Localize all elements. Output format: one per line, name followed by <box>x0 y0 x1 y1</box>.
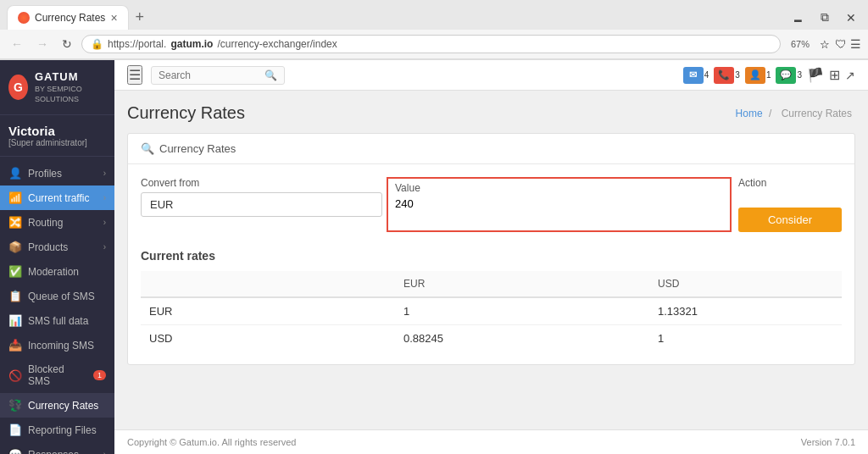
menu-icon[interactable]: ☰ <box>850 37 861 51</box>
sidebar-item-profiles[interactable]: 👤 Profiles › <box>0 161 114 185</box>
sidebar-item-label: Profiles <box>28 168 97 180</box>
version: Version 7.0.1 <box>801 437 855 447</box>
sidebar-item-label: Reporting Files <box>28 424 106 436</box>
sidebar-item-reporting-files[interactable]: 📄 Reporting Files <box>0 418 114 442</box>
currency-from-select[interactable]: EUR USD <box>141 192 382 217</box>
shield-icon[interactable]: 🛡 <box>835 37 847 51</box>
sidebar-user: Victoria [Super administrator] <box>0 115 114 157</box>
incoming-icon: 📥 <box>8 339 22 352</box>
sidebar-item-blocked-sms[interactable]: 🚫 Blocked SMS 1 <box>0 357 114 393</box>
users-icon-btn[interactable]: 👤 1 <box>745 67 771 84</box>
sidebar-nav: 👤 Profiles › 📶 Current traffic › 🔀 Routi… <box>0 157 114 454</box>
breadcrumb: Home / Currency Rates <box>736 108 855 119</box>
chevron-icon: › <box>103 242 106 252</box>
sidebar-item-sms-full-data[interactable]: 📊 SMS full data <box>0 308 114 333</box>
hamburger-menu[interactable]: ☰ <box>127 65 142 85</box>
maximize-btn[interactable]: ⧉ <box>815 8 834 26</box>
chat-count: 3 <box>797 70 802 80</box>
search-icon: 🔍 <box>264 69 277 81</box>
active-tab[interactable]: Currency Rates × <box>7 5 129 30</box>
breadcrumb-separator: / <box>769 108 771 119</box>
brand-name: GATUM <box>35 70 106 85</box>
browser-icons: 🛡 ☰ <box>835 37 861 51</box>
forward-btn[interactable]: → <box>32 36 53 53</box>
page-header: Currency Rates Home / Currency Rates <box>127 103 855 123</box>
consider-button[interactable]: Consider <box>738 208 842 232</box>
close-btn[interactable]: ✕ <box>841 9 861 26</box>
moderation-icon: ✅ <box>8 265 22 278</box>
sidebar-item-label: Products <box>28 241 97 253</box>
expand-icon[interactable]: ↗ <box>845 69 855 82</box>
sidebar-item-current-traffic[interactable]: 📶 Current traffic › <box>0 185 114 210</box>
back-btn[interactable]: ← <box>7 36 27 53</box>
card-header: 🔍 Currency Rates <box>128 134 854 164</box>
col-header-usd: USD <box>649 271 842 297</box>
user-role: [Super administrator] <box>8 138 106 147</box>
chevron-icon: › <box>103 169 106 178</box>
calls-count: 3 <box>735 70 740 80</box>
col-header-currency <box>141 271 395 297</box>
sidebar-item-label: Responses <box>28 449 97 454</box>
sidebar-item-products[interactable]: 📦 Products › <box>0 235 114 259</box>
col-header-eur: EUR <box>395 271 649 297</box>
zoom-level: 67% <box>786 39 815 49</box>
url-path: /currency-exchanger/index <box>217 38 337 50</box>
products-icon: 📦 <box>8 241 22 253</box>
footer: Copyright © Gatum.io. All rights reserve… <box>114 429 868 454</box>
top-bar: ☰ 🔍 ✉ 4 📞 3 👤 1 💬 <box>114 60 868 91</box>
sidebar-item-label: Moderation <box>28 266 106 278</box>
currency-icon: 💱 <box>8 399 22 412</box>
sidebar-item-incoming-sms[interactable]: 📥 Incoming SMS <box>0 333 114 357</box>
sidebar: G GATUM BY SEMPICO SOLUTIONS Victoria [S… <box>0 60 114 454</box>
sms-data-icon: 📊 <box>8 314 22 327</box>
search-box: 🔍 <box>151 66 285 85</box>
sidebar-item-label: Queue of SMS <box>28 291 106 302</box>
chevron-icon: › <box>103 193 106 202</box>
magnifier-icon: 🔍 <box>141 142 154 155</box>
currency-rates-card: 🔍 Currency Rates Convert from EUR USD <box>127 133 855 365</box>
security-icon: 🔒 <box>91 38 103 50</box>
new-tab-btn[interactable]: + <box>129 5 152 30</box>
sidebar-item-queue-sms[interactable]: 📋 Queue of SMS <box>0 284 114 308</box>
responses-icon: 💬 <box>8 448 22 454</box>
minimize-btn[interactable]: 🗕 <box>787 9 809 26</box>
calls-icon-btn[interactable]: 📞 3 <box>714 67 740 84</box>
refresh-btn[interactable]: ↻ <box>58 36 76 53</box>
envelope-icon: ✉ <box>683 67 704 84</box>
action-label: Action <box>738 177 842 189</box>
sidebar-item-currency-rates[interactable]: 💱 Currency Rates <box>0 393 114 418</box>
tab-label: Currency Rates <box>35 12 105 24</box>
top-bar-right: ✉ 4 📞 3 👤 1 💬 3 🏴 ⊞ ↗ <box>683 67 855 84</box>
messages-icon-btn[interactable]: ✉ 4 <box>683 67 709 84</box>
main-content: ☰ 🔍 ✉ 4 📞 3 👤 1 💬 <box>114 60 868 454</box>
sidebar-item-moderation[interactable]: ✅ Moderation <box>0 259 114 284</box>
reporting-icon: 📄 <box>8 424 22 436</box>
tab-bar: Currency Rates × + 🗕 ⧉ ✕ <box>0 0 868 30</box>
copyright: Copyright © Gatum.io. All rights reserve… <box>127 437 296 447</box>
sidebar-item-label: Incoming SMS <box>28 340 106 352</box>
page-content: Currency Rates Home / Currency Rates 🔍 C… <box>114 91 868 429</box>
sidebar-item-routing[interactable]: 🔀 Routing › <box>0 210 114 235</box>
chat-icon-btn[interactable]: 💬 3 <box>776 67 802 84</box>
sidebar-item-responses[interactable]: 💬 Responses › <box>0 442 114 454</box>
search-input[interactable] <box>159 69 260 81</box>
table-row: USD 0.88245 1 <box>141 325 842 352</box>
username: Victoria <box>8 124 106 138</box>
flag-icon[interactable]: 🏴 <box>807 67 824 83</box>
value-input[interactable] <box>388 194 730 215</box>
phone-icon: 📞 <box>714 67 734 84</box>
url-domain: gatum.io <box>170 38 213 50</box>
row-usd-usd: 1 <box>649 325 842 352</box>
address-bar[interactable]: 🔒 https://portal.gatum.io/currency-excha… <box>81 35 781 53</box>
grid-icon[interactable]: ⊞ <box>829 67 840 83</box>
card-body: Convert from EUR USD Value <box>128 164 854 364</box>
app-wrapper: G GATUM BY SEMPICO SOLUTIONS Victoria [S… <box>0 60 868 454</box>
row-eur-eur: 1 <box>395 297 649 325</box>
user-icon: 👤 <box>745 67 765 84</box>
bookmark-icon[interactable]: ☆ <box>820 38 830 51</box>
currency-form: Convert from EUR USD Value <box>141 177 842 232</box>
breadcrumb-home[interactable]: Home <box>736 108 763 119</box>
tab-close-btn[interactable]: × <box>110 11 117 25</box>
sidebar-item-label: Routing <box>28 217 97 229</box>
chevron-icon: › <box>103 218 106 227</box>
